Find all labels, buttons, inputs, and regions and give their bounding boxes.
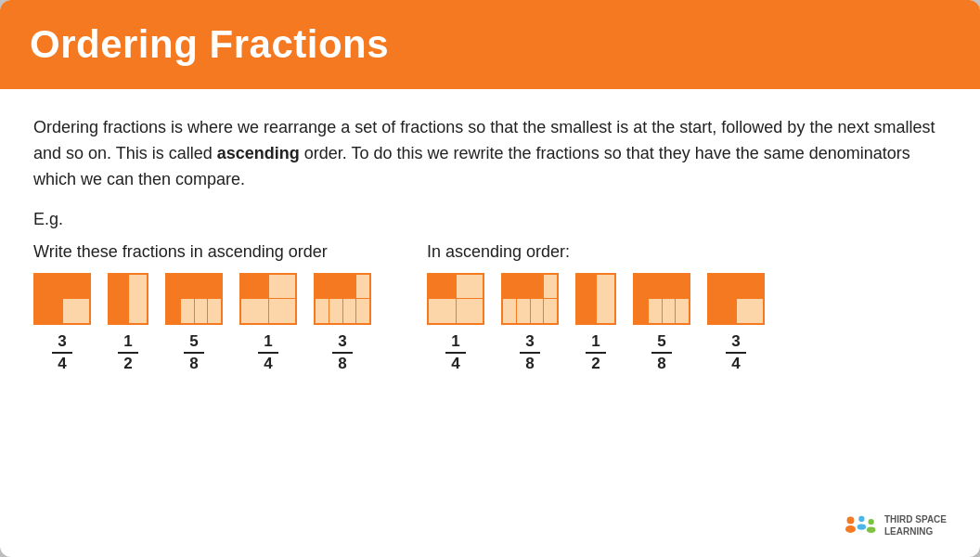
content-section: Ordering fractions is where we rearrange… [0, 89, 980, 557]
page-title: Ordering Fractions [30, 22, 950, 67]
frac-cell [635, 299, 648, 323]
denominator: 2 [123, 355, 132, 373]
frac-cell-empty [663, 299, 676, 323]
fraction-item: 3 8 [501, 273, 559, 373]
fraction-visual-1-2 [108, 273, 148, 325]
frac-cell [517, 275, 530, 299]
frac-cell-empty [241, 299, 268, 323]
numerator: 1 [591, 332, 600, 351]
svg-point-2 [858, 516, 864, 522]
svg-point-3 [858, 524, 867, 529]
fraction-item: 3 8 [314, 273, 371, 373]
denominator: 4 [58, 355, 66, 373]
frac-cell [343, 275, 356, 299]
frac-cell-empty [356, 299, 369, 323]
frac-cell [63, 275, 90, 299]
frac-cell [429, 275, 456, 299]
left-fractions-row: 3 4 1 2 [33, 273, 371, 373]
frac-cell [241, 275, 268, 299]
frac-cell [577, 275, 596, 323]
frac-cell [531, 275, 544, 299]
fraction-line [184, 352, 204, 354]
desc-bold: ascending [217, 144, 300, 162]
frac-cell-empty [195, 299, 208, 323]
right-fractions-row: 1 4 [427, 273, 765, 373]
frac-cell [663, 275, 676, 299]
fraction-line [258, 352, 278, 354]
svg-point-5 [867, 527, 876, 533]
logo-line1: THIRD SPACE [884, 513, 947, 525]
fraction-label: 1 4 [258, 332, 278, 373]
denominator: 4 [451, 355, 459, 373]
frac-cell-empty [457, 299, 484, 323]
svg-point-4 [868, 519, 873, 525]
left-col-label: Write these fractions in ascending order [33, 242, 371, 262]
denominator: 8 [657, 355, 665, 373]
third-space-learning-logo-icon [842, 512, 877, 538]
fraction-line [726, 352, 746, 354]
eg-label: E.g. [33, 210, 947, 229]
header-section: Ordering Fractions [0, 0, 980, 89]
fraction-item: 5 8 [165, 273, 223, 373]
frac-cell [503, 275, 516, 299]
logo-text: THIRD SPACE LEARNING [884, 513, 947, 538]
fraction-label: 5 8 [184, 332, 204, 373]
numerator: 1 [264, 332, 272, 351]
logo-area: THIRD SPACE LEARNING [33, 512, 947, 538]
fraction-label: 3 4 [726, 332, 746, 373]
denominator: 4 [731, 355, 740, 373]
fraction-item: 1 4 [427, 273, 484, 373]
frac-cell [181, 275, 194, 299]
frac-cell [208, 275, 221, 299]
frac-cell-empty [429, 299, 456, 323]
frac-cell-empty [544, 299, 557, 323]
numerator: 3 [731, 332, 740, 351]
frac-cell-empty [316, 299, 329, 323]
frac-cell-empty [356, 275, 369, 299]
numerator: 3 [58, 332, 66, 351]
right-column: In ascending order: 1 4 [427, 242, 765, 503]
fraction-line [586, 352, 606, 354]
frac-cell [167, 299, 180, 323]
frac-cell-empty [129, 275, 148, 323]
frac-cell [635, 275, 648, 299]
frac-cell [737, 275, 764, 299]
fraction-visual-5-8 [165, 273, 223, 325]
fraction-item: 5 8 [633, 273, 690, 373]
frac-cell [110, 275, 128, 323]
fraction-line [118, 352, 138, 354]
fraction-visual-5-8 [633, 273, 690, 325]
fraction-item: 1 2 [108, 273, 148, 373]
two-column-layout: Write these fractions in ascending order… [33, 242, 947, 503]
fraction-label: 1 2 [586, 332, 606, 373]
fraction-visual-3-8 [314, 273, 371, 325]
fraction-visual-3-4 [707, 273, 765, 325]
fraction-line [445, 352, 466, 354]
frac-cell [329, 275, 342, 299]
frac-cell-empty [517, 299, 530, 323]
description-text: Ordering fractions is where we rearrange… [33, 115, 947, 193]
denominator: 8 [338, 355, 346, 373]
frac-cell [35, 299, 62, 323]
frac-cell-empty [531, 299, 544, 323]
frac-cell [709, 275, 736, 299]
frac-cell-empty [63, 299, 90, 323]
numerator: 1 [123, 332, 132, 351]
fraction-item: 3 4 [33, 273, 91, 373]
numerator: 1 [451, 332, 459, 351]
frac-cell-empty [503, 299, 516, 323]
fraction-item: 1 2 [575, 273, 616, 373]
frac-cell-empty [544, 275, 557, 299]
fraction-label: 1 2 [118, 332, 138, 373]
fraction-line [52, 352, 72, 354]
frac-cell [195, 275, 208, 299]
main-card: Ordering Fractions Ordering fractions is… [0, 0, 980, 557]
frac-cell [709, 299, 736, 323]
fraction-item: 3 4 [707, 273, 765, 373]
frac-cell-empty [181, 299, 194, 323]
right-col-label: In ascending order: [427, 242, 765, 262]
denominator: 4 [264, 355, 272, 373]
logo-line2: LEARNING [884, 525, 947, 538]
svg-point-0 [846, 517, 854, 525]
numerator: 3 [338, 332, 346, 351]
